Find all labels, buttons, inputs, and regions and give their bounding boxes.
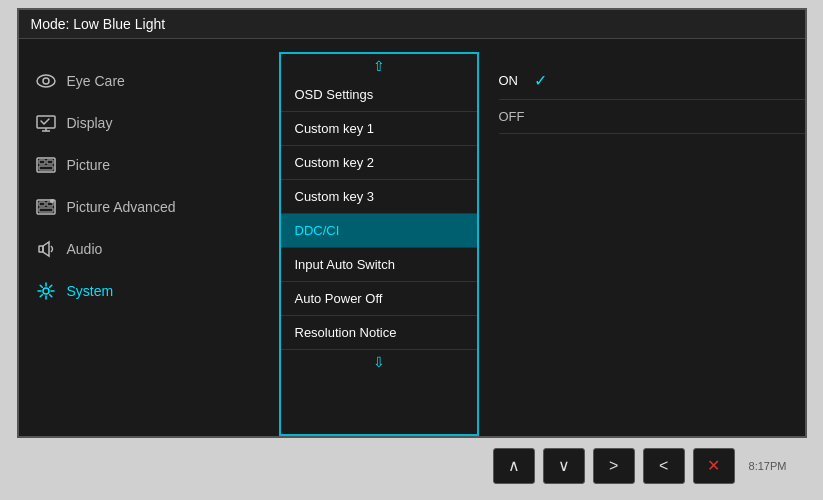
audio-icon <box>35 238 57 260</box>
submenu-item-custom-key-3[interactable]: Custom key 3 <box>281 180 477 214</box>
time-label: 8:17PM <box>749 460 787 472</box>
submenu-item-osd-settings[interactable]: OSD Settings <box>281 78 477 112</box>
sidebar-item-picture-advanced[interactable]: Picture Advanced <box>19 186 279 228</box>
sidebar-label-system: System <box>67 283 114 299</box>
submenu-item-auto-power-off[interactable]: Auto Power Off <box>281 282 477 316</box>
submenu-item-custom-key-2[interactable]: Custom key 2 <box>281 146 477 180</box>
sidebar-item-display[interactable]: Display <box>19 102 279 144</box>
monitor-outer: Featured Video Mode: Low Blue Light Eye … <box>0 0 823 500</box>
close-icon: ✕ <box>707 456 720 475</box>
svg-point-1 <box>43 78 49 84</box>
submenu-item-input-auto-switch[interactable]: Input Auto Switch <box>281 248 477 282</box>
nav-right-icon: > <box>609 457 618 475</box>
screen-area: Featured Video Mode: Low Blue Light Eye … <box>17 8 807 438</box>
svg-point-0 <box>37 75 55 87</box>
nav-down-icon: ∨ <box>558 456 570 475</box>
sidebar-label-eye-care: Eye Care <box>67 73 125 89</box>
sidebar-label-display: Display <box>67 115 113 131</box>
values-panel: ON ✓ OFF <box>479 50 805 436</box>
system-icon <box>35 280 57 302</box>
submenu-item-resolution-notice[interactable]: Resolution Notice <box>281 316 477 350</box>
sidebar-item-system[interactable]: System <box>19 270 279 312</box>
svg-point-16 <box>43 288 49 294</box>
bottom-bar: ∧ ∨ > < ✕ 8:17PM <box>17 438 807 493</box>
svg-rect-6 <box>39 160 45 164</box>
value-label-off: OFF <box>499 109 525 124</box>
svg-rect-10 <box>39 202 45 206</box>
svg-rect-8 <box>39 166 53 170</box>
value-label-on: ON <box>499 73 519 88</box>
sidebar-label-audio: Audio <box>67 241 103 257</box>
display-icon <box>35 112 57 134</box>
value-check-on: ✓ <box>534 71 547 90</box>
value-item-off[interactable]: OFF <box>499 100 805 134</box>
mode-bar: Mode: Low Blue Light <box>19 10 805 39</box>
submenu-item-ddc-ci[interactable]: DDC/CI <box>281 214 477 248</box>
sidebar-label-picture: Picture <box>67 157 111 173</box>
sidebar-label-picture-advanced: Picture Advanced <box>67 199 176 215</box>
sidebar-item-audio[interactable]: Audio <box>19 228 279 270</box>
nav-up-icon: ∧ <box>508 456 520 475</box>
nav-close-button[interactable]: ✕ <box>693 448 735 484</box>
sidebar-item-eye-care[interactable]: Eye Care <box>19 60 279 102</box>
value-item-on[interactable]: ON ✓ <box>499 62 805 100</box>
nav-left-button[interactable]: < <box>643 448 685 484</box>
svg-marker-15 <box>43 242 49 256</box>
svg-rect-12 <box>39 208 53 212</box>
submenu-arrow-up[interactable]: ⇧ <box>281 54 477 78</box>
nav-up-button[interactable]: ∧ <box>493 448 535 484</box>
sidebar-item-picture[interactable]: Picture <box>19 144 279 186</box>
picture-icon <box>35 154 57 176</box>
svg-point-13 <box>50 199 54 203</box>
submenu-item-custom-key-1[interactable]: Custom key 1 <box>281 112 477 146</box>
nav-down-button[interactable]: ∨ <box>543 448 585 484</box>
nav-left-icon: < <box>659 457 668 475</box>
osd-container: Eye Care Display <box>19 50 805 436</box>
svg-rect-7 <box>47 160 53 164</box>
eye-care-icon <box>35 70 57 92</box>
nav-right-button[interactable]: > <box>593 448 635 484</box>
submenu-panel: ⇧ OSD Settings Custom key 1 Custom key 2… <box>279 52 479 436</box>
sidebar: Eye Care Display <box>19 50 279 436</box>
submenu-arrow-down[interactable]: ⇩ <box>281 350 477 374</box>
picture-advanced-icon <box>35 196 57 218</box>
